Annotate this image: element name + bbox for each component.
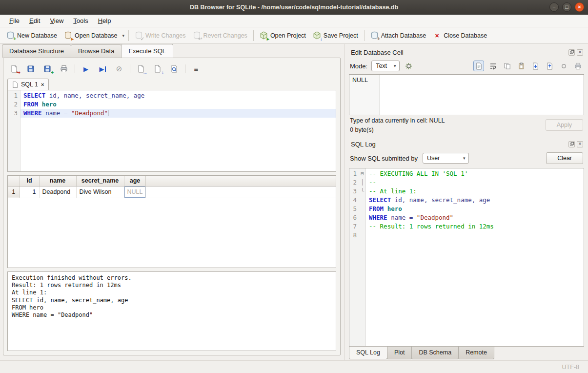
close-panel-icon[interactable]: × xyxy=(577,141,583,147)
paste-cell-icon[interactable] xyxy=(516,61,527,71)
corner-header xyxy=(8,176,20,186)
sql-log-view: 1⊟2│3└4 5 6 7 8 -- EXECUTING ALL IN 'SQL… xyxy=(349,168,584,347)
auto-switch-mode-icon[interactable] xyxy=(404,61,414,71)
copy-cell-icon[interactable] xyxy=(502,61,512,71)
cell[interactable]: Dive Wilson xyxy=(76,186,124,198)
code-line[interactable]: -- Result: 1 rows returned in 12ms xyxy=(366,222,584,231)
code-line[interactable]: -- At line 1: xyxy=(366,187,584,196)
print-cell-icon[interactable] xyxy=(572,61,583,71)
new-database-button[interactable]: + New Database xyxy=(3,29,61,41)
code-line[interactable]: WHERE name = "Deadpond" xyxy=(366,213,584,222)
sql-file-icon xyxy=(12,82,18,88)
open-database-button[interactable]: ▸ Open Database xyxy=(61,29,121,41)
menu-edit[interactable]: Edit xyxy=(25,16,44,26)
code-line[interactable]: SELECT id, name, secret_name, age xyxy=(366,196,584,205)
column-header[interactable]: id xyxy=(20,176,39,186)
submitted-by-select[interactable]: User ▾ xyxy=(423,153,469,164)
execute-all-icon[interactable]: ▶ xyxy=(80,63,92,75)
close-panel-icon[interactable]: × xyxy=(577,49,583,56)
maximize-icon[interactable]: □ xyxy=(562,2,571,12)
close-database-button[interactable]: × Close Database xyxy=(429,30,490,41)
menu-help[interactable]: Help xyxy=(94,16,116,26)
row-number[interactable]: 1 xyxy=(8,186,20,198)
tab-execute-sql[interactable]: Execute SQL xyxy=(121,44,173,58)
line-number: 2 xyxy=(349,178,359,187)
code-line[interactable]: -- EXECUTING ALL IN 'SQL 1' xyxy=(366,169,584,178)
code-line[interactable]: -- xyxy=(366,178,584,187)
cell[interactable]: NULL xyxy=(124,186,146,198)
new-database-icon: + xyxy=(6,31,15,40)
print-icon[interactable] xyxy=(58,63,70,75)
code-line[interactable]: SELECT id, name, secret_name, age xyxy=(20,91,336,100)
menu-tools[interactable]: Tools xyxy=(69,16,92,26)
find-replace-icon[interactable] xyxy=(168,63,180,75)
cell[interactable]: 1 xyxy=(20,186,39,198)
export-cell-icon[interactable] xyxy=(544,61,555,71)
revert-changes-icon: ↩ xyxy=(193,31,201,40)
close-icon[interactable]: × xyxy=(575,2,584,12)
column-header[interactable]: secret_name xyxy=(76,176,124,186)
save-project-button[interactable]: ↓ Save Project xyxy=(309,29,362,41)
save-sql-as-icon[interactable]: + xyxy=(41,63,53,75)
menu-file[interactable]: File xyxy=(5,16,24,26)
fold-line xyxy=(359,222,365,231)
sql-editor[interactable]: 123 SELECT id, name, secret_name, ageFRO… xyxy=(7,90,336,172)
log-line-numbers: 1⊟2│3└4 5 6 7 8 xyxy=(349,168,366,346)
float-panel-icon[interactable] xyxy=(568,49,575,56)
tab-database-structure[interactable]: Database Structure xyxy=(2,44,71,58)
mode-select[interactable]: Text ▾ xyxy=(371,61,399,71)
word-wrap-icon[interactable] xyxy=(487,61,498,71)
results-table: idnamesecret_nameage 11DeadpondDive Wils… xyxy=(8,176,336,198)
cell-editor[interactable]: NULL xyxy=(349,74,584,115)
fold-marker-icon[interactable]: ⊟ xyxy=(359,169,365,178)
export-results-icon[interactable]: → xyxy=(135,63,147,75)
fold-line: └ xyxy=(359,187,365,196)
titlebar: DB Browser for SQLite - /home/user/code/… xyxy=(0,0,588,15)
tab-plot[interactable]: Plot xyxy=(387,347,412,359)
editor-code[interactable]: SELECT id, name, secret_name, ageFROM he… xyxy=(20,90,336,171)
format-sql-icon[interactable]: ≡ xyxy=(190,63,202,75)
sql-toolbar: ↪ + ▶ ▶ ⊘ → ↓ xyxy=(7,62,336,76)
tab-db-schema[interactable]: DB Schema xyxy=(411,347,459,359)
execute-line-icon[interactable]: ▶ xyxy=(97,63,108,75)
column-header[interactable]: name xyxy=(39,176,76,186)
edit-cell-title: Edit Database Cell xyxy=(351,49,568,56)
tab-browse-data[interactable]: Browse Data xyxy=(71,44,122,58)
float-panel-icon[interactable] xyxy=(568,141,575,147)
minimize-icon[interactable]: − xyxy=(549,2,559,12)
edit-cell-toolbar: Mode: Text ▾ xyxy=(349,58,584,74)
toolbar-separator xyxy=(364,30,365,41)
sql-toolbar-separator xyxy=(75,64,75,73)
editor-line-numbers: 123 xyxy=(8,90,20,171)
column-header[interactable]: age xyxy=(124,176,146,186)
code-line[interactable]: WHERE name = "Deadpond" xyxy=(20,109,336,118)
sql-document-tab-bar: SQL 1 × xyxy=(7,77,336,90)
tab-remote[interactable]: Remote xyxy=(458,347,494,359)
text-view-icon[interactable] xyxy=(473,61,484,71)
import-sql-icon[interactable]: ↓ xyxy=(152,63,163,75)
save-sql-file-icon[interactable] xyxy=(25,63,37,75)
fold-line: │ xyxy=(359,178,365,187)
open-database-dropdown-icon[interactable]: ▾ xyxy=(121,31,126,40)
chevron-down-icon: ▾ xyxy=(394,63,396,68)
code-line[interactable]: FROM hero xyxy=(366,205,584,213)
open-project-button[interactable]: ▸ Open Project xyxy=(256,29,309,41)
tab-sql-log[interactable]: SQL Log xyxy=(349,347,387,359)
sql-document-tab[interactable]: SQL 1 × xyxy=(7,79,49,90)
fold-line xyxy=(359,231,365,240)
stop-execution-icon[interactable]: ⊘ xyxy=(113,63,125,75)
import-cell-icon[interactable] xyxy=(530,61,541,71)
code-line[interactable]: FROM hero xyxy=(20,100,336,109)
set-null-icon[interactable] xyxy=(558,61,569,71)
clear-log-button[interactable]: Clear xyxy=(546,152,583,164)
apply-button[interactable]: Apply xyxy=(546,119,583,131)
line-number: 1 xyxy=(349,169,359,178)
close-sql-tab-icon[interactable]: × xyxy=(41,82,44,87)
cell[interactable]: Deadpond xyxy=(39,186,76,198)
line-number: 1 xyxy=(10,91,20,100)
code-line[interactable] xyxy=(366,231,584,240)
open-sql-file-icon[interactable]: ↪ xyxy=(8,63,20,75)
menu-view[interactable]: View xyxy=(45,16,68,26)
cell-editor-area[interactable] xyxy=(380,75,584,115)
attach-database-button[interactable]: + Attach Database xyxy=(367,29,429,41)
